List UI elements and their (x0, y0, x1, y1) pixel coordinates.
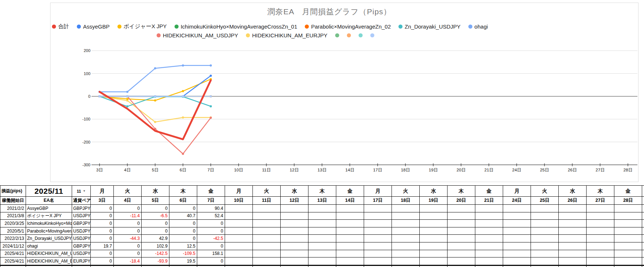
value-cell[interactable] (420, 227, 448, 235)
day-header-cell[interactable]: 11日 (253, 197, 281, 205)
ea-name-cell[interactable]: AssyeGBP (26, 205, 72, 212)
clipped-row-cell[interactable] (0, 265, 26, 267)
value-cell[interactable] (587, 220, 614, 227)
value-cell[interactable] (531, 242, 559, 250)
weekday-header-cell[interactable]: 木 (587, 186, 614, 197)
value-cell[interactable] (225, 257, 253, 265)
value-cell[interactable]: -42.5 (197, 235, 225, 242)
value-cell[interactable] (336, 242, 364, 250)
value-cell[interactable]: 19.7 (91, 242, 114, 250)
value-cell[interactable] (364, 250, 392, 258)
value-cell[interactable] (308, 220, 336, 227)
value-cell[interactable] (308, 212, 336, 220)
day-header-cell[interactable]: 20日 (448, 197, 475, 205)
clipped-row-cell[interactable] (281, 265, 308, 267)
value-cell[interactable]: 0 (91, 205, 114, 212)
value-cell[interactable] (253, 242, 281, 250)
value-cell[interactable] (420, 220, 448, 227)
value-cell[interactable] (614, 257, 642, 265)
weekday-header-cell[interactable]: 水 (420, 186, 448, 197)
start-date-cell[interactable]: 2021/3/8 (0, 212, 26, 220)
day-header-cell[interactable]: 19日 (420, 197, 448, 205)
weekday-header-cell[interactable]: 月 (364, 186, 392, 197)
weekday-header-cell[interactable]: 金 (336, 186, 364, 197)
value-cell[interactable] (281, 257, 308, 265)
value-cell[interactable]: -44.3 (114, 235, 142, 242)
value-cell[interactable] (531, 212, 559, 220)
pair-cell[interactable]: USDJPY (72, 235, 91, 242)
value-cell[interactable] (392, 227, 420, 235)
value-cell[interactable] (420, 212, 448, 220)
value-cell[interactable] (281, 220, 308, 227)
weekday-header-cell[interactable]: 火 (392, 186, 420, 197)
value-cell[interactable] (587, 250, 614, 258)
value-cell[interactable] (614, 250, 642, 258)
value-cell[interactable] (281, 235, 308, 242)
value-cell[interactable]: -11.4 (114, 212, 142, 220)
day-header-cell[interactable]: 6日 (169, 197, 197, 205)
value-cell[interactable] (614, 227, 642, 235)
clipped-row-cell[interactable] (142, 265, 169, 267)
value-cell[interactable] (392, 235, 420, 242)
value-cell[interactable] (225, 227, 253, 235)
value-cell[interactable] (475, 227, 503, 235)
value-cell[interactable] (336, 220, 364, 227)
weekday-header-cell[interactable]: 木 (308, 186, 336, 197)
value-cell[interactable] (308, 250, 336, 258)
weekday-header-cell[interactable]: 水 (142, 186, 169, 197)
day-header-cell[interactable]: 27日 (587, 197, 614, 205)
day-header-cell[interactable]: 12日 (281, 197, 308, 205)
value-cell[interactable] (392, 220, 420, 227)
weekday-header-cell[interactable]: 水 (281, 186, 308, 197)
value-cell[interactable]: -93.9 (142, 257, 169, 265)
value-cell[interactable]: 0 (197, 227, 225, 235)
value-cell[interactable] (392, 212, 420, 220)
pair-cell[interactable]: GBPJPY (72, 205, 91, 212)
value-cell[interactable]: 0 (91, 227, 114, 235)
value-cell[interactable] (420, 235, 448, 242)
month-selector-dropdown[interactable]: 11▼ (72, 186, 91, 197)
clipped-row-cell[interactable] (559, 265, 587, 267)
value-cell[interactable] (420, 250, 448, 258)
filler-cell[interactable] (642, 197, 644, 205)
day-header-cell[interactable]: 10日 (225, 197, 253, 205)
value-cell[interactable] (587, 257, 614, 265)
value-cell[interactable]: 0 (91, 220, 114, 227)
value-cell[interactable] (559, 205, 587, 212)
value-cell[interactable]: 40.7 (169, 212, 197, 220)
value-cell[interactable] (308, 227, 336, 235)
filler-cell[interactable] (642, 250, 644, 258)
ea-name-header-cell[interactable]: EA名 (26, 197, 72, 205)
month-label-cell[interactable]: 2025/11 (26, 186, 72, 197)
clipped-row-cell[interactable] (225, 265, 253, 267)
value-cell[interactable]: 19.5 (169, 257, 197, 265)
clipped-row-cell[interactable] (197, 265, 225, 267)
clipped-row-cell[interactable] (475, 265, 503, 267)
value-cell[interactable] (336, 235, 364, 242)
day-header-cell[interactable]: 21日 (475, 197, 503, 205)
value-cell[interactable] (503, 257, 531, 265)
value-cell[interactable] (531, 220, 559, 227)
value-cell[interactable]: 0 (142, 227, 169, 235)
value-cell[interactable] (475, 242, 503, 250)
value-cell[interactable] (614, 235, 642, 242)
value-cell[interactable] (308, 257, 336, 265)
day-header-cell[interactable]: 24日 (503, 197, 531, 205)
value-cell[interactable] (475, 257, 503, 265)
clipped-row-cell[interactable] (503, 265, 531, 267)
clipped-row-cell[interactable] (91, 265, 114, 267)
clipped-row-cell[interactable] (72, 265, 91, 267)
value-cell[interactable] (448, 250, 475, 258)
value-cell[interactable] (614, 220, 642, 227)
value-cell[interactable]: 102.9 (142, 242, 169, 250)
filler-cell[interactable] (642, 242, 644, 250)
value-cell[interactable] (253, 250, 281, 258)
start-date-cell[interactable]: 2025/4/21 (0, 257, 26, 265)
clipped-row-cell[interactable] (253, 265, 281, 267)
value-cell[interactable] (559, 235, 587, 242)
clipped-row-cell[interactable] (364, 265, 392, 267)
value-cell[interactable] (475, 205, 503, 212)
value-cell[interactable]: -6.5 (142, 212, 169, 220)
clipped-row-cell[interactable] (336, 265, 364, 267)
value-cell[interactable] (253, 205, 281, 212)
